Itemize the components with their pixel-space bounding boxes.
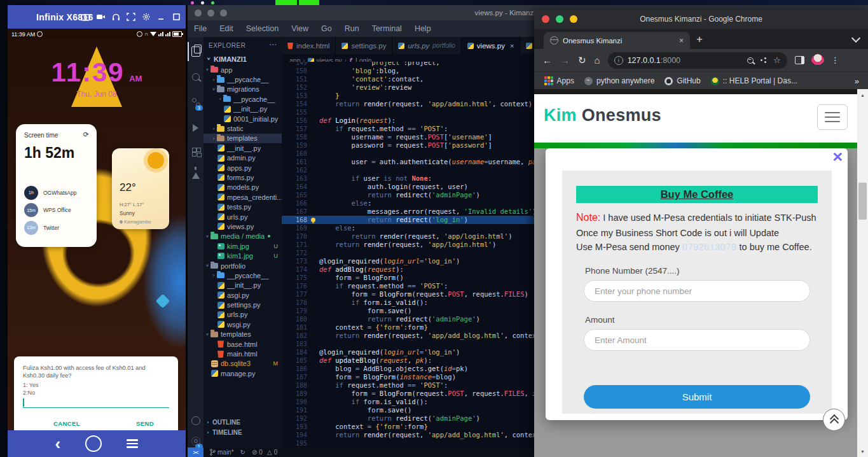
chevron-closed-icon[interactable]: › (211, 136, 216, 141)
explorer-root[interactable]: ˅KIMANZI1 (203, 53, 282, 64)
tab-close-icon[interactable]: × (679, 36, 684, 45)
video-icon[interactable] (96, 13, 106, 21)
bookmark-apps[interactable]: Apps (544, 76, 574, 85)
scroll-up-icon[interactable]: ▲ (857, 90, 868, 99)
tree-item-db-sqlite3[interactable]: db.sqlite3M (203, 359, 282, 369)
tree-item-portfolio[interactable]: ˅portfolio (203, 261, 282, 271)
menu-selection[interactable]: Selection (240, 24, 285, 33)
screen-time-widget[interactable]: Screen time ⟳ 1h 52m 1hOGWhatsApp15mWPS … (16, 124, 97, 247)
tree-item-asgi-py[interactable]: asgi.py (203, 290, 282, 300)
search-icon[interactable] (188, 67, 203, 87)
weather-widget[interactable]: 22° H:27° L:17° Sunny Kamagambo (112, 148, 169, 229)
navbar-toggler-icon[interactable] (817, 104, 848, 130)
chevron-open-icon[interactable]: ˅ (205, 263, 210, 269)
tree-item-main-html[interactable]: main.html (203, 349, 282, 358)
sync-icon[interactable]: ↻ (240, 449, 245, 456)
fullscreen-icon[interactable] (127, 13, 136, 21)
problems-item[interactable]: ⊘0△0 (252, 449, 277, 456)
menu-go[interactable]: Go (315, 24, 338, 33)
chrome-titlebar[interactable]: Onesmus Kimanzi - Google Chrome (534, 10, 868, 29)
tree-item-mpesa-credenti-[interactable]: mpesa_credenti... (203, 192, 282, 202)
maximize-icon[interactable] (172, 13, 182, 21)
tree-item--init-py[interactable]: __init__.py (203, 104, 282, 114)
tree-item-templates[interactable]: ›templates (203, 134, 282, 143)
testing-icon[interactable] (188, 166, 203, 185)
mirror-back-button[interactable]: ‹ (55, 437, 61, 450)
account-icon[interactable] (188, 411, 203, 430)
chevron-closed-icon[interactable]: › (211, 126, 216, 132)
tab-views-py[interactable]: views.py× (462, 37, 521, 54)
tree-item-app[interactable]: ˅app (203, 65, 282, 74)
tree-item-tests-py[interactable]: tests.py (203, 202, 282, 211)
minimize-icon[interactable] (157, 13, 167, 21)
scroll-down-icon[interactable]: ▼ (857, 447, 868, 456)
tree-item-static[interactable]: ›static (203, 123, 282, 133)
menu-file[interactable]: File (188, 24, 213, 33)
tab-search-chevron-icon[interactable] (851, 34, 860, 43)
extensions-icon[interactable] (188, 142, 203, 161)
cancel-button[interactable]: CANCEL (53, 420, 80, 427)
git-branch-item[interactable]: main* (210, 449, 234, 456)
chevron-open-icon[interactable]: ˅ (205, 67, 210, 73)
page-scrollbar[interactable]: ▲ ▼ (857, 89, 868, 457)
side-panel-icon[interactable] (795, 56, 804, 64)
screen-time-row[interactable]: 13mTwitter (24, 220, 91, 235)
refresh-icon[interactable]: ⟳ (83, 130, 89, 139)
tree-item-0001-initial-py[interactable]: 0001_initial.py (203, 114, 282, 123)
settings-gear-icon[interactable] (142, 13, 151, 21)
phone-titlebar[interactable]: Infinix X6816 (8, 5, 186, 29)
tree-item--init-py[interactable]: __init__.py (203, 281, 282, 290)
menu-run[interactable]: Run (338, 24, 366, 33)
tab-index-html[interactable]: index.html (282, 37, 336, 54)
tree-item--init-py[interactable]: __init__.py (203, 143, 282, 153)
bookmarks-overflow-icon[interactable]: » (855, 76, 859, 86)
chrome-menu-icon[interactable]: ⋮ (831, 55, 839, 65)
tree-item-kim1-jpg[interactable]: kim1.jpgU (203, 251, 282, 260)
tree-item-migrations[interactable]: ˅migrations (203, 85, 282, 94)
tab-urls-py[interactable]: urls.pyportfolio (392, 37, 461, 54)
explorer-icon[interactable] (188, 42, 203, 61)
headphones-icon[interactable] (111, 13, 121, 21)
scrollbar-thumb[interactable] (858, 183, 867, 220)
tree-item-media-media[interactable]: ˅media / media (203, 232, 282, 241)
tree-item-admin-py[interactable]: admin.py (203, 153, 282, 163)
bookmark-github[interactable]: GitHub (665, 76, 700, 85)
tree-item--pycache-[interactable]: ›__pycache__ (203, 271, 282, 280)
tree-item-urls-py[interactable]: urls.py (203, 212, 282, 221)
menu-view[interactable]: View (285, 24, 315, 33)
run-debug-icon[interactable] (188, 118, 203, 137)
tree-item-apps-py[interactable]: apps.py (203, 163, 282, 172)
bookmark-star-icon[interactable]: ☆ (773, 55, 781, 65)
tree-item-base-html[interactable]: base.html (203, 339, 282, 349)
tab-settings-py[interactable]: settings.py (336, 37, 392, 54)
menu-edit[interactable]: Edit (213, 24, 240, 33)
menu-terminal[interactable]: Terminal (366, 24, 408, 33)
tab-close-icon[interactable]: × (510, 42, 514, 50)
site-logo[interactable]: Kim Onesmus (544, 106, 661, 125)
ussd-input[interactable] (23, 397, 169, 408)
profile-avatar[interactable] (811, 54, 824, 67)
screen-time-row[interactable]: 15mWPS Office (24, 203, 91, 218)
tree-item--pycache-[interactable]: ›__pycache__ (203, 94, 282, 104)
tree-item-templates[interactable]: ˅templates (203, 330, 282, 339)
lightbulb-icon[interactable] (311, 218, 315, 222)
tree-item-forms-py[interactable]: forms.py (203, 172, 282, 182)
bookmark-python-anywhere[interactable]: python anywhere (584, 76, 654, 85)
camera-icon[interactable] (81, 13, 90, 21)
amount-input[interactable]: Enter Amount (584, 329, 810, 351)
home-icon[interactable]: ⌂ (595, 55, 600, 66)
tree-item-manage-py[interactable]: manage.py (203, 369, 282, 378)
reload-icon[interactable]: ↻ (578, 55, 586, 66)
back-icon[interactable]: ← (542, 55, 552, 66)
bookmark--helb-portal-das-[interactable]: :: HELB Portal | Das... (711, 76, 797, 85)
remote-indicator-icon[interactable]: >< (188, 447, 203, 457)
site-info-icon[interactable]: i (614, 56, 623, 65)
zoom-icon[interactable] (747, 57, 754, 64)
modal-close-icon[interactable]: ✕ (832, 150, 843, 165)
tree-item-settings-py[interactable]: settings.py (203, 300, 282, 309)
browser-tab[interactable]: Onesmus Kimanzi × (544, 32, 690, 49)
submit-button[interactable]: Submit (584, 385, 810, 409)
screen-time-row[interactable]: 1hOGWhatsApp (24, 185, 91, 200)
scroll-to-top-button[interactable] (823, 409, 845, 431)
tree-item-views-py[interactable]: views.py (203, 221, 282, 231)
